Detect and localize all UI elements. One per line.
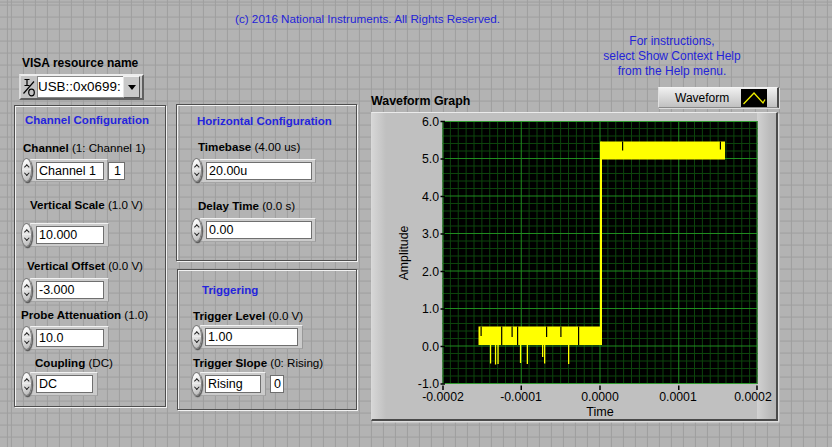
svg-text:-0.0002: -0.0002 [422,390,464,404]
svg-text:0.0001: 0.0001 [659,390,697,404]
svg-text:1.0: 1.0 [422,302,439,316]
svg-text:0.0002: 0.0002 [734,390,772,404]
svg-text:6.0: 6.0 [422,115,439,129]
svg-text:5.0: 5.0 [422,152,439,166]
svg-text:-0.0001: -0.0001 [500,390,542,404]
svg-text:3.0: 3.0 [422,227,439,241]
svg-text:Time: Time [586,405,614,419]
svg-text:0.0000: 0.0000 [581,390,619,404]
svg-text:0.0: 0.0 [422,340,439,354]
svg-text:2.0: 2.0 [422,265,439,279]
svg-text:4.0: 4.0 [422,190,439,204]
svg-text:-1.0: -1.0 [418,377,439,391]
svg-text:Amplitude: Amplitude [397,226,411,281]
